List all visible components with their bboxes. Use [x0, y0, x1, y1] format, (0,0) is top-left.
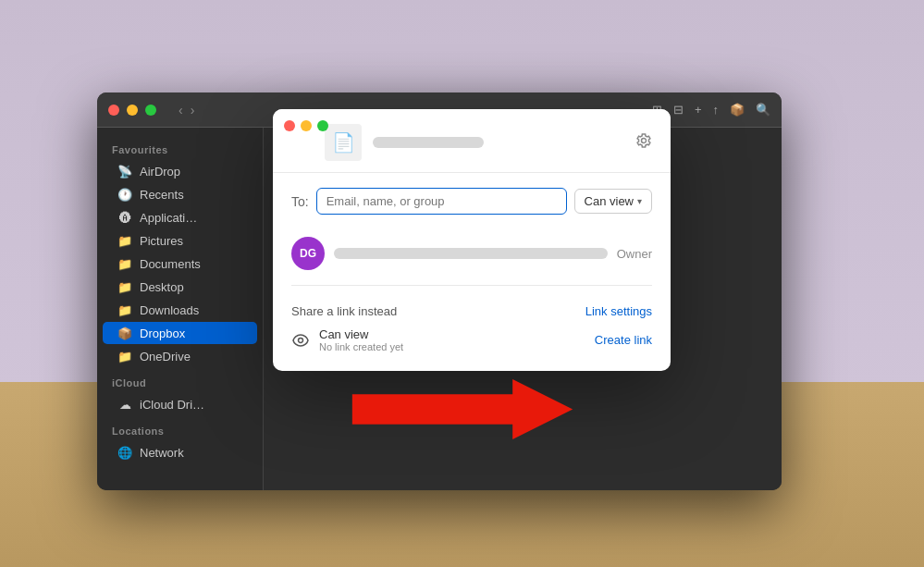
avatar: DG — [291, 237, 325, 270]
sidebar-item-downloads[interactable]: 📁 Downloads — [103, 299, 257, 321]
recents-label: Recents — [140, 188, 184, 202]
desktop-icon: 📁 — [117, 279, 132, 294]
apps-label: Applicati… — [140, 211, 197, 225]
avatar-initials: DG — [300, 247, 316, 260]
finder-sidebar: Favourites 📡 AirDrop 🕐 Recents 🅐 Applica… — [97, 128, 264, 490]
sidebar-item-airdrop[interactable]: 📡 AirDrop — [103, 160, 257, 182]
forward-arrow[interactable]: › — [191, 103, 195, 117]
eye-icon — [291, 331, 310, 350]
link-settings-label: Link settings — [585, 304, 652, 318]
sidebar-item-recents[interactable]: 🕐 Recents — [103, 183, 257, 205]
sidebar-item-network[interactable]: 🌐 Network — [103, 441, 257, 463]
create-link-button[interactable]: Create link — [595, 333, 652, 347]
dialog-minimize-btn[interactable] — [301, 120, 312, 131]
apps-icon: 🅐 — [117, 210, 132, 225]
downloads-label: Downloads — [140, 303, 199, 317]
share-icon[interactable]: ↑ — [713, 103, 720, 117]
can-view-subtitle: No link created yet — [319, 341, 585, 352]
filename-bar — [373, 137, 484, 148]
onedrive-label: OneDrive — [140, 350, 191, 364]
recents-icon: 🕐 — [117, 187, 132, 202]
icloud-label: iCloud Dri… — [140, 398, 204, 412]
pictures-label: Pictures — [140, 234, 183, 248]
minimize-button[interactable] — [127, 105, 138, 116]
owner-name-bar — [334, 248, 608, 259]
favourites-section: Favourites — [97, 135, 263, 159]
search-icon[interactable]: 🔍 — [756, 103, 770, 117]
close-button[interactable] — [108, 105, 119, 116]
view-list-icon[interactable]: ⊟ — [673, 103, 684, 117]
link-settings-button[interactable]: Link settings — [585, 304, 652, 318]
dropbox-label: Dropbox — [140, 327, 185, 340]
file-icon-symbol: 📄 — [332, 131, 355, 154]
dialog-filename — [373, 137, 635, 148]
maximize-button[interactable] — [145, 105, 156, 116]
network-icon: 🌐 — [117, 445, 132, 460]
downloads-icon: 📁 — [117, 302, 132, 317]
dialog-body: To: Can view ▾ DG Owner Share a link ins… — [273, 173, 671, 371]
add-icon[interactable]: + — [695, 103, 702, 117]
can-view-row: Can view No link created yet Create link — [291, 327, 652, 352]
dialog-divider — [291, 285, 652, 286]
to-field: To: Can view ▾ — [291, 188, 652, 215]
dialog-close-btn[interactable] — [284, 120, 295, 131]
pictures-icon: 📁 — [117, 233, 132, 248]
chevron-down-icon: ▾ — [637, 196, 642, 206]
dialog-traffic-lights — [284, 120, 328, 131]
dropbox-sidebar-icon: 📦 — [117, 326, 132, 340]
desktop-label: Desktop — [140, 280, 184, 294]
owner-row: DG Owner — [291, 229, 652, 277]
sidebar-item-onedrive[interactable]: 📁 OneDrive — [103, 345, 257, 367]
share-link-title: Share a link instead — [291, 304, 397, 318]
sidebar-item-applications[interactable]: 🅐 Applicati… — [103, 206, 257, 228]
airdrop-label: AirDrop — [140, 165, 180, 179]
can-view-info: Can view No link created yet — [319, 327, 585, 352]
dialog-header: 📄 — [273, 109, 671, 173]
share-dialog: 📄 To: Can view ▾ DG Owne — [273, 109, 671, 371]
permission-dropdown[interactable]: Can view ▾ — [574, 189, 652, 214]
dropbox-icon[interactable]: 📦 — [730, 103, 745, 117]
sidebar-item-pictures[interactable]: 📁 Pictures — [103, 229, 257, 252]
back-arrow[interactable]: ‹ — [179, 103, 183, 117]
locations-section: Locations — [97, 416, 263, 440]
icloud-section: iCloud — [97, 368, 263, 392]
documents-label: Documents — [140, 257, 201, 271]
svg-point-0 — [299, 338, 303, 342]
gear-icon[interactable] — [635, 132, 652, 154]
documents-icon: 📁 — [117, 256, 132, 271]
share-link-section: Share a link instead Link settings Can v… — [291, 293, 652, 356]
recipient-input[interactable] — [316, 188, 567, 215]
sidebar-item-icloud-drive[interactable]: ☁ iCloud Dri… — [103, 393, 257, 415]
sidebar-item-desktop[interactable]: 📁 Desktop — [103, 276, 257, 298]
airdrop-icon: 📡 — [117, 164, 132, 179]
share-link-header: Share a link instead Link settings — [291, 304, 652, 318]
icloud-icon: ☁ — [117, 397, 132, 412]
onedrive-icon: 📁 — [117, 349, 132, 364]
sidebar-item-dropbox[interactable]: 📦 Dropbox — [103, 322, 257, 344]
permission-label: Can view — [585, 194, 634, 208]
dialog-maximize-btn[interactable] — [317, 120, 328, 131]
sidebar-item-documents[interactable]: 📁 Documents — [103, 253, 257, 275]
dialog-file-icon: 📄 — [325, 124, 362, 161]
to-label: To: — [291, 194, 309, 209]
can-view-title: Can view — [319, 327, 585, 341]
finder-nav: ‹ › — [179, 103, 194, 117]
owner-role-label: Owner — [617, 247, 652, 261]
network-label: Network — [140, 446, 184, 460]
